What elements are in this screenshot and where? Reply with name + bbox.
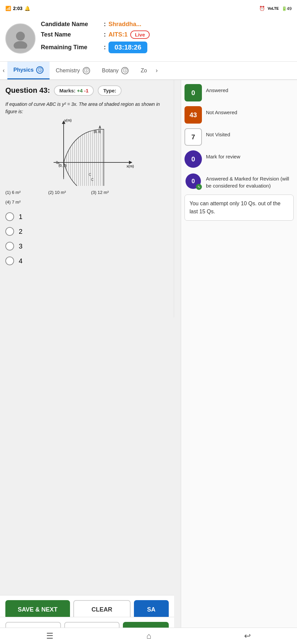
marks-negative: -1 — [84, 88, 88, 93]
chevron-left-icon[interactable]: ‹ — [0, 62, 7, 79]
chevron-right-icon[interactable]: › — [153, 62, 160, 79]
question-text: If equation of curve ABC is y² = 3x. The… — [5, 100, 168, 116]
split-area: Question 43: Marks: +4 -1 Type: If equat… — [0, 80, 297, 644]
answered-label: Answered — [206, 84, 228, 94]
tab-physics[interactable]: Physics ⓘ — [7, 62, 50, 79]
marks-badge: Marks: +4 -1 — [54, 85, 94, 96]
svg-point-0 — [16, 31, 25, 40]
status-bar: 📶 2:03 🔔 ⏰ VoLTE 🔋49 — [0, 0, 297, 17]
tab-chemistry-label: Chemistry — [56, 68, 80, 74]
type-badge: Type: — [98, 85, 122, 96]
signal-icon: 📶 — [5, 6, 11, 11]
option-1-label: 1 — [19, 213, 22, 221]
tab-chemistry[interactable]: Chemistry ⓘ — [50, 62, 96, 79]
options-list: 1 2 3 4 — [5, 212, 168, 265]
status-not-answered: 43 Not Answered — [184, 106, 294, 124]
mark-review-label: Mark for review — [206, 150, 240, 160]
notification-icon: 🔔 — [24, 6, 30, 11]
timer-value: 03:18:26 — [108, 42, 147, 53]
not-visited-badge: 7 — [184, 128, 202, 146]
colon-2: : — [104, 31, 106, 38]
svg-text:C: C — [91, 178, 93, 182]
test-value: AITS:1 — [108, 31, 128, 38]
marks-label: Marks: — [59, 88, 75, 93]
option-3-label: 3 — [19, 242, 22, 250]
live-badge: Live — [130, 30, 150, 39]
candidate-label: Candidate Name — [41, 21, 101, 28]
answered-badge: 0 — [184, 84, 202, 101]
question-panel: Question 43: Marks: +4 -1 Type: If equat… — [0, 80, 174, 317]
radio-3[interactable] — [5, 242, 14, 251]
edit-icon: ✎ — [196, 184, 202, 190]
question-body: If equation of curve ABC is y² = 3x. The… — [5, 100, 168, 206]
choice-4: (4) 7 m² — [5, 199, 46, 206]
candidate-row: Candidate Name : Shraddha... — [41, 21, 292, 28]
svg-text:x(m): x(m) — [127, 164, 134, 168]
question-title: Question 43: — [5, 86, 50, 95]
not-answered-label: Not Answered — [206, 106, 237, 116]
test-label: Test Name — [41, 31, 101, 38]
save-next-button[interactable]: SAVE & NEXT — [5, 600, 70, 619]
tab-zo-label: Zo — [141, 68, 147, 74]
alarm-icon: ⏰ — [259, 6, 265, 11]
tooltip-text: You can attempt only 10 Qs. out of the l… — [190, 201, 281, 214]
colon-3: : — [104, 44, 106, 51]
tab-botany-label: Botany — [102, 68, 119, 74]
home-icon[interactable]: ⌂ — [146, 631, 151, 641]
colon-1: : — [104, 21, 106, 28]
tab-zo[interactable]: Zo — [135, 63, 153, 78]
time-label: Remaining Time — [41, 44, 101, 51]
option-4[interactable]: 4 — [5, 257, 168, 265]
status-left: 📶 2:03 🔔 — [5, 6, 30, 11]
choice-2: (2) 10 m² — [48, 189, 88, 196]
radio-4[interactable] — [5, 257, 14, 265]
back-nav-icon[interactable]: ↩ — [244, 631, 251, 641]
header: Candidate Name : Shraddha... Test Name :… — [0, 17, 297, 62]
left-panel: Question 43: Marks: +4 -1 Type: If equat… — [0, 80, 181, 644]
sidebar-panel: 0 Answered 43 Not Answered 7 Not Visited… — [181, 80, 297, 644]
svg-text:y(m): y(m) — [64, 119, 72, 122]
battery-icon: 🔋49 — [282, 6, 292, 11]
not-visited-label: Not Visited — [206, 128, 230, 138]
question-figure: y(m) x(m) (0, 0) B A (3, 3) C — [5, 119, 168, 186]
volte-icon: VoLTE — [268, 6, 279, 10]
option-2-label: 2 — [19, 228, 22, 235]
option-4-label: 4 — [19, 257, 22, 265]
status-time: 2:03 — [13, 6, 22, 11]
svg-marker-18 — [129, 161, 132, 164]
question-header: Question 43: Marks: +4 -1 Type: — [5, 85, 168, 96]
not-answered-badge: 43 — [184, 106, 202, 124]
app-container: 📶 2:03 🔔 ⏰ VoLTE 🔋49 Candidate Name : Sh… — [0, 0, 297, 644]
type-label: Type: — [103, 88, 116, 93]
header-info: Candidate Name : Shraddha... Test Name :… — [41, 21, 292, 56]
time-row: Remaining Time : 03:18:26 — [41, 42, 292, 53]
svg-point-1 — [14, 41, 27, 48]
test-row: Test Name : AITS:1 Live — [41, 30, 292, 39]
option-1[interactable]: 1 — [5, 212, 168, 221]
tabs-bar: ‹ Physics ⓘ Chemistry ⓘ Botany ⓘ Zo › — [0, 62, 297, 80]
save-button[interactable]: SA — [134, 600, 169, 619]
tab-botany-info[interactable]: ⓘ — [121, 67, 129, 74]
status-mark-review: 0 Mark for review — [184, 150, 294, 168]
radio-2[interactable] — [5, 227, 14, 236]
menu-icon[interactable]: ☰ — [46, 631, 54, 641]
status-not-visited: 7 Not Visited — [184, 128, 294, 146]
status-answered: 0 Answered — [184, 84, 294, 101]
choice-1: (1) 6 m² — [5, 189, 46, 196]
tab-physics-info[interactable]: ⓘ — [36, 66, 44, 74]
svg-text:(3, 3): (3, 3) — [94, 130, 101, 133]
candidate-value: Shraddha... — [108, 21, 141, 28]
tooltip-box: You can attempt only 10 Qs. out of the l… — [184, 195, 294, 221]
option-2[interactable]: 2 — [5, 227, 168, 236]
bottom-nav: ☰ ⌂ ↩ — [0, 628, 297, 644]
answered-marked-label: Answered & Marked for Revision (will be … — [206, 172, 294, 189]
avatar — [5, 23, 35, 54]
option-3[interactable]: 3 — [5, 242, 168, 251]
tab-botany[interactable]: Botany ⓘ — [96, 62, 135, 79]
radio-1[interactable] — [5, 212, 14, 221]
status-answered-marked: 0 ✎ Answered & Marked for Revision (will… — [184, 172, 294, 190]
svg-text:A: A — [99, 125, 101, 129]
clear-button[interactable]: CLEAR — [73, 600, 131, 619]
choice-3: (3) 12 m² — [91, 189, 131, 196]
tab-chemistry-info[interactable]: ⓘ — [83, 67, 90, 74]
